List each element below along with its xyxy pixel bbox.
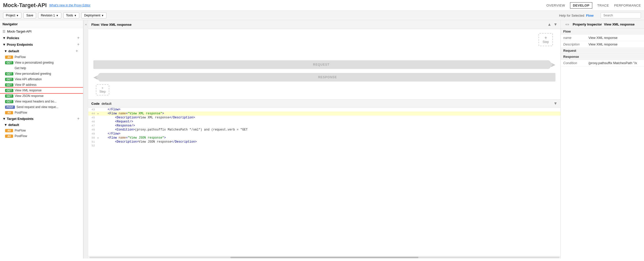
code-body[interactable]: 43 </Flow> 44 ▸ <Flow name="View XML res… bbox=[88, 108, 560, 256]
flow-panel-header: Flow: View XML response ▲ ▼ bbox=[88, 20, 560, 29]
deployment-button[interactable]: Deployment ▼ bbox=[81, 12, 106, 18]
code-line-49: 49 </Flow> bbox=[88, 132, 560, 136]
badge-all-postflow: All bbox=[5, 111, 13, 114]
plus-icon-top: + bbox=[544, 36, 547, 40]
badge-get-5: GET bbox=[5, 89, 13, 92]
search-input[interactable] bbox=[601, 12, 641, 18]
file-icon: ☰ bbox=[3, 30, 6, 33]
subsection-default[interactable]: ▼ default + bbox=[0, 48, 83, 54]
center-panel: Flow: View XML response ▲ ▼ + Step REQUE… bbox=[88, 20, 561, 258]
flow-item-xml-response[interactable]: GET View XML response bbox=[0, 88, 83, 93]
flow-item-get-help[interactable]: Get help bbox=[0, 65, 83, 71]
main-layout: Navigator ☰ Mock-Target-API ▼ Policies +… bbox=[0, 20, 644, 258]
chevron-policies: ▼ bbox=[3, 36, 6, 40]
chevron-target-default: ▼ bbox=[4, 123, 7, 127]
chevron-proxy: ▼ bbox=[3, 43, 6, 46]
flow-section-header: Flow bbox=[561, 29, 644, 35]
scroll-down-button[interactable]: ▼ bbox=[553, 22, 557, 27]
tools-button[interactable]: Tools ▼ bbox=[63, 12, 79, 18]
code-line-51: 51 <Description>View JSON response</Desc… bbox=[88, 140, 560, 144]
badge-get-6: GET bbox=[5, 94, 13, 98]
flow-item-preflow[interactable]: All PreFlow bbox=[0, 54, 83, 60]
response-row: ◀ RESPONSE bbox=[93, 73, 555, 82]
step-box-bottom[interactable]: + Step bbox=[96, 84, 109, 95]
badge-get-2: GET bbox=[5, 72, 13, 75]
flow-item-json-response[interactable]: GET View JSON response bbox=[0, 93, 83, 99]
flow-item-api-affirmation[interactable]: GET View API affirmation bbox=[0, 76, 83, 82]
add-target-button[interactable]: + bbox=[76, 116, 80, 121]
scrollbar-thumb bbox=[230, 257, 418, 258]
flow-link[interactable]: Flow bbox=[586, 14, 594, 17]
flow-item-ip-address[interactable]: GET View IP address bbox=[0, 82, 83, 88]
help-text: Help for Selected Flow bbox=[559, 14, 594, 17]
nav-performance[interactable]: PERFORMANCE bbox=[614, 4, 641, 7]
badge-get-3: GET bbox=[5, 78, 13, 81]
nav-root-item[interactable]: ☰ Mock-Target-API bbox=[0, 28, 83, 35]
code-line-50: 50 ▸ <Flow name="View JSON response"> bbox=[88, 136, 560, 140]
right-panel: «» Property Inspector View XML response … bbox=[561, 20, 644, 258]
code-collapse-button[interactable]: ▼ bbox=[553, 101, 557, 106]
property-row-condition: Condition (proxy.pathsuffix MatchesPath … bbox=[561, 60, 644, 66]
code-panel: Code default ▼ 43 </Flow> 44 ▸ <Flow nam… bbox=[88, 100, 560, 258]
step-box-top[interactable]: + Step bbox=[539, 33, 553, 46]
request-bar[interactable]: REQUEST bbox=[93, 60, 549, 69]
nav-develop[interactable]: DEVELOP bbox=[570, 2, 592, 9]
flow-item-send-request[interactable]: POST Send request and view reque... bbox=[0, 104, 83, 110]
flow-item-target-postflow[interactable]: All PostFlow bbox=[0, 133, 83, 139]
scroll-up-button[interactable]: ▲ bbox=[547, 22, 551, 27]
scrollbar-bottom[interactable] bbox=[88, 256, 560, 258]
project-caret: ▼ bbox=[16, 14, 19, 17]
collapse-icon: « bbox=[85, 23, 87, 26]
property-row-name: name View XML response bbox=[561, 35, 644, 41]
app-title: Mock-Target-API bbox=[3, 2, 47, 9]
revision-button[interactable]: Revision 1 ▼ bbox=[38, 12, 61, 18]
response-bar[interactable]: RESPONSE bbox=[100, 73, 555, 82]
property-inspector-header: «» Property Inspector View XML response bbox=[561, 20, 644, 29]
subsection-target-default[interactable]: ▼ default bbox=[0, 122, 83, 128]
response-section-header: Response bbox=[561, 54, 644, 60]
property-table: Flow name View XML response Description … bbox=[561, 29, 644, 66]
project-button[interactable]: Project ▼ bbox=[3, 12, 21, 18]
navigator-scroll[interactable]: ☰ Mock-Target-API ▼ Policies + ▼ Proxy E… bbox=[0, 28, 83, 258]
navigator-header: Navigator bbox=[0, 20, 83, 28]
property-row-description: Description View XML response bbox=[561, 41, 644, 48]
scrollbar-track[interactable] bbox=[89, 257, 559, 258]
code-line-45: 45 <Description>View XML response</Descr… bbox=[88, 116, 560, 120]
badge-get-1: GET bbox=[5, 61, 13, 64]
top-nav: OVERVIEW DEVELOP TRACE PERFORMANCE bbox=[546, 2, 641, 9]
code-header: Code default ▼ bbox=[88, 100, 560, 108]
code-line-44: 44 ▸ <Flow name="View XML response"> bbox=[88, 112, 560, 116]
right-collapse-button[interactable]: «» bbox=[564, 22, 571, 26]
badge-get-7: GET bbox=[5, 100, 13, 103]
save-button[interactable]: Save bbox=[23, 12, 36, 18]
flow-item-target-preflow[interactable]: All PreFlow bbox=[0, 128, 83, 133]
flow-diagram: + Step REQUEST ▶ ◀ RESPONSE bbox=[88, 29, 560, 100]
flow-item-postflow[interactable]: All PostFlow bbox=[0, 110, 83, 115]
navigator-collapse[interactable]: « bbox=[83, 20, 88, 258]
code-line-52: 52 bbox=[88, 144, 560, 147]
request-row: REQUEST ▶ bbox=[93, 60, 555, 69]
code-line-43: 43 </Flow> bbox=[88, 108, 560, 112]
toolbar: Project ▼ Save Revision 1 ▼ Tools ▼ Depl… bbox=[0, 11, 644, 20]
flow-item-personalized-greeting-a[interactable]: GET View a personalized greeting bbox=[0, 60, 83, 65]
top-bar: Mock-Target-API What's new in the Proxy … bbox=[0, 0, 644, 11]
deployment-caret: ▼ bbox=[101, 14, 104, 17]
section-proxy-endpoints[interactable]: ▼ Proxy Endpoints + bbox=[0, 41, 83, 48]
section-policies[interactable]: ▼ Policies + bbox=[0, 35, 83, 41]
add-policy-button[interactable]: + bbox=[76, 36, 80, 40]
add-proxy-button[interactable]: + bbox=[76, 42, 80, 47]
navigator: Navigator ☰ Mock-Target-API ▼ Policies +… bbox=[0, 20, 83, 258]
flow-item-personalized-greeting[interactable]: GET View personalized greeting bbox=[0, 71, 83, 76]
code-line-47: 47 <Response/> bbox=[88, 124, 560, 128]
flow-item-request-headers[interactable]: GET View request headers and bo... bbox=[0, 99, 83, 104]
badge-get-4: GET bbox=[5, 83, 13, 87]
tools-caret: ▼ bbox=[74, 14, 77, 17]
section-target-endpoints[interactable]: ▼ Target Endpoints + bbox=[0, 115, 83, 122]
app-subtitle[interactable]: What's new in the Proxy Editor bbox=[49, 4, 90, 7]
request-section-header: Request bbox=[561, 48, 644, 54]
nav-trace[interactable]: TRACE bbox=[597, 4, 609, 7]
chevron-default: ▼ bbox=[4, 49, 7, 53]
add-default-button[interactable]: + bbox=[75, 49, 79, 53]
nav-overview[interactable]: OVERVIEW bbox=[546, 4, 565, 7]
revision-caret: ▼ bbox=[56, 14, 59, 17]
